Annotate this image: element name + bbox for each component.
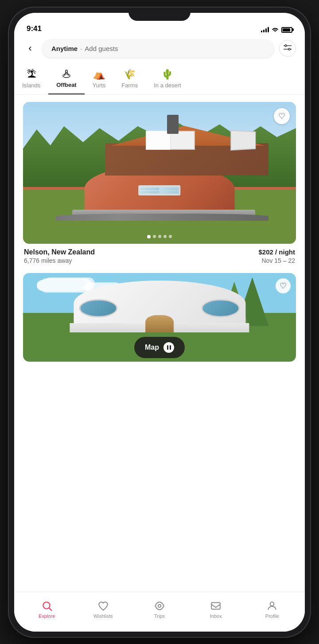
- dot-2: [153, 235, 156, 238]
- tab-farms[interactable]: 🌾 Farms: [113, 65, 146, 94]
- pause-icon: [163, 342, 174, 353]
- inbox-icon: [210, 600, 222, 612]
- nav-item-inbox[interactable]: Inbox: [188, 596, 244, 619]
- listing-distance-1: 6,776 miles away: [24, 257, 72, 264]
- svg-point-9: [158, 605, 161, 608]
- yurts-icon: ⛺: [93, 69, 105, 80]
- dot-3: [158, 235, 161, 238]
- nav-inbox-label: Inbox: [210, 613, 222, 619]
- tab-offbeat-label: Offbeat: [56, 82, 77, 88]
- svg-rect-10: [211, 602, 220, 609]
- farms-icon: 🌾: [124, 69, 136, 80]
- signal-bars-icon: [261, 27, 269, 32]
- listing-location-1: Nelson, New Zealand: [24, 248, 95, 256]
- tab-offbeat[interactable]: Offbeat: [48, 65, 85, 94]
- status-time: 9:41: [27, 24, 42, 33]
- tab-desert-label: In a desert: [154, 82, 181, 89]
- nav-trips-label: Trips: [154, 613, 165, 619]
- phone-frame: 9:41 ‹ Anytime ·: [9, 8, 310, 637]
- svg-line-8: [49, 608, 51, 611]
- heart-icon-1: ♡: [278, 112, 285, 120]
- svg-point-7: [43, 602, 50, 609]
- wifi-icon: [272, 27, 279, 33]
- desert-icon: 🌵: [161, 69, 173, 80]
- tab-desert[interactable]: 🌵 In a desert: [146, 65, 189, 94]
- image-dots-1: [147, 235, 172, 238]
- search-dot: ·: [80, 45, 82, 52]
- category-tabs: 🏝 Islands Offbeat ⛺ Yurts: [14, 63, 305, 95]
- explore-icon: [41, 600, 53, 612]
- map-label: Map: [145, 343, 159, 351]
- tab-farms-label: Farms: [121, 82, 138, 89]
- offbeat-icon: [61, 68, 72, 80]
- heart-icon-2: ♡: [280, 282, 287, 290]
- nav-item-wishlists[interactable]: Wishlists: [75, 596, 131, 619]
- filter-button[interactable]: [279, 40, 296, 57]
- search-guests-text: Add guests: [85, 45, 118, 52]
- filter-icon: [284, 44, 292, 52]
- nav-item-explore[interactable]: Explore: [19, 596, 75, 619]
- listing-image-2: ♡ Map: [23, 273, 296, 362]
- nav-wishlists-label: Wishlists: [93, 613, 113, 619]
- map-button-overlay: Map: [23, 337, 296, 362]
- back-arrow-icon: ‹: [28, 43, 31, 53]
- svg-point-6: [63, 74, 70, 78]
- battery-icon: [281, 27, 292, 33]
- bottom-nav: Explore Wishlists Tri: [14, 592, 305, 632]
- svg-point-11: [270, 602, 274, 606]
- tab-islands-label: Islands: [22, 82, 40, 89]
- dot-5: [169, 235, 172, 238]
- tab-yurts-label: Yurts: [93, 82, 106, 89]
- tab-islands[interactable]: 🏝 Islands: [14, 65, 48, 94]
- nav-item-profile[interactable]: Profile: [244, 596, 300, 619]
- svg-point-0: [285, 45, 287, 47]
- tab-yurts[interactable]: ⛺ Yurts: [85, 65, 114, 94]
- dot-1: [147, 235, 151, 238]
- profile-icon: [266, 600, 278, 612]
- svg-point-1: [288, 48, 290, 50]
- islands-icon: 🏝: [27, 69, 36, 80]
- nav-item-trips[interactable]: Trips: [131, 596, 187, 619]
- header: ‹ Anytime · Add guests: [14, 36, 305, 63]
- listing-card-2[interactable]: ♡ Map: [23, 273, 296, 362]
- main-content: ♡ Nelson, New Zealand $202: [14, 95, 305, 592]
- phone-screen: 9:41 ‹ Anytime ·: [14, 13, 305, 632]
- clay-house-scene: [23, 102, 296, 244]
- trips-icon: [154, 600, 165, 612]
- listing-dates-1: Nov 15 – 22: [262, 257, 296, 264]
- back-button[interactable]: ‹: [23, 41, 37, 55]
- dot-4: [163, 235, 167, 238]
- wishlists-icon: [97, 600, 109, 612]
- listing-image-1: ♡: [23, 102, 296, 244]
- map-button[interactable]: Map: [134, 337, 185, 358]
- listing-card-1[interactable]: ♡ Nelson, New Zealand $202: [23, 102, 296, 266]
- notch: [128, 8, 191, 21]
- nav-explore-label: Explore: [39, 613, 55, 619]
- search-pill[interactable]: Anytime · Add guests: [43, 39, 274, 58]
- listing-price-1: $202 / night: [258, 248, 295, 256]
- wishlist-button-1[interactable]: ♡: [274, 108, 290, 124]
- status-icons: [261, 27, 292, 33]
- listing-info-1: Nelson, New Zealand $202 / night 6,776 m…: [23, 244, 296, 266]
- search-anytime-text: Anytime: [51, 45, 78, 52]
- nav-profile-label: Profile: [265, 613, 279, 619]
- wishlist-button-2[interactable]: ♡: [276, 278, 291, 293]
